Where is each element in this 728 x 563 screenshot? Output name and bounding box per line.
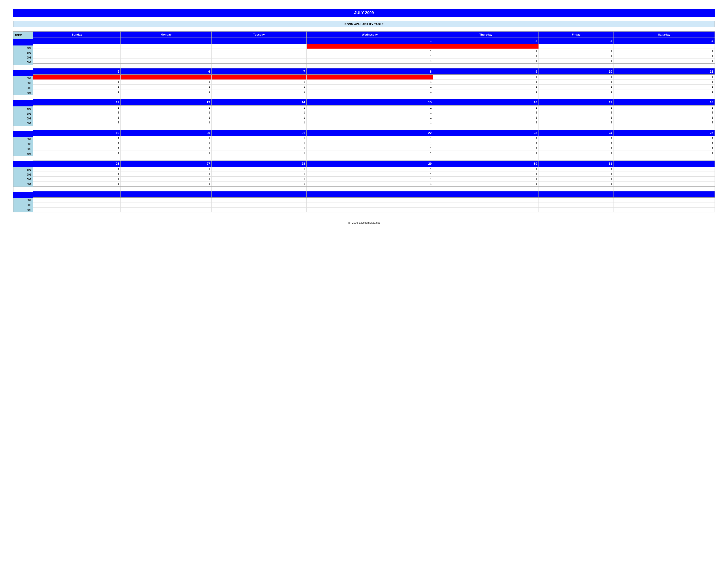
room-cell: 1 (121, 151, 212, 156)
room-cell: 1 (121, 89, 212, 94)
room-data-row: 1111111 (33, 110, 715, 115)
room-data-row: 111111 (33, 181, 715, 186)
week-date-row-5 (33, 191, 715, 197)
room-cell: 1 (538, 167, 614, 172)
room-cell: 1 (306, 146, 433, 151)
room-cell (212, 202, 307, 207)
room-cell: 1 (433, 105, 538, 110)
date-cell (614, 191, 715, 197)
date-cell (121, 191, 212, 197)
room-data-row: 111111 (33, 177, 715, 181)
room-cell: 1 (433, 151, 538, 156)
room-cell (212, 75, 307, 79)
room-cell (212, 54, 307, 58)
room-cell (306, 75, 433, 79)
room-cell (33, 49, 121, 54)
room-cell: 1 (538, 54, 614, 58)
room-cell: 1 (306, 177, 433, 181)
room-number-label: 604 (13, 121, 33, 126)
date-cell: 8 (306, 68, 433, 75)
room-cell: 1 (614, 49, 715, 54)
room-cell: 1 (121, 120, 212, 125)
week-label-row-5 (13, 192, 33, 198)
room-cell (121, 49, 212, 54)
date-cell: 7 (212, 68, 307, 75)
week-label-row-3 (13, 131, 33, 137)
date-cell: 13 (121, 99, 212, 105)
room-number-label: 603 (13, 207, 33, 212)
date-cell: 3 (538, 38, 614, 44)
date-cell: 25 (614, 130, 715, 136)
room-cell: 1 (614, 54, 715, 58)
room-cell (538, 207, 614, 212)
room-cell: 1 (121, 136, 212, 141)
room-cell: 1 (433, 141, 538, 146)
room-cell: 1 (212, 120, 307, 125)
room-number-label: 603 (13, 116, 33, 121)
room-cell: 1 (614, 105, 715, 110)
room-cell: 1 (121, 84, 212, 89)
day-header-tuesday: Tuesday (212, 32, 307, 38)
room-data-row: 1111 (33, 54, 715, 58)
room-cell: 1 (614, 58, 715, 63)
room-cell: 1 (538, 181, 614, 186)
room-cell: 1 (212, 181, 307, 186)
page-title: JULY 2009 (354, 11, 374, 15)
room-cell: 1 (121, 110, 212, 115)
room-cell: 1 (538, 172, 614, 177)
date-cell: 29 (306, 160, 433, 167)
room-cell (33, 44, 121, 49)
room-number-label: 602 (13, 142, 33, 147)
room-cell: 1 (538, 136, 614, 141)
room-data-row: 1111111 (33, 105, 715, 110)
room-cell: 1 (33, 105, 121, 110)
week-date-row-0: 1234 (33, 38, 715, 44)
room-cell: 1 (212, 84, 307, 89)
room-label-column: 1BER601602603604601602603604601602603604… (13, 31, 33, 212)
room-cell: 1 (433, 49, 538, 54)
room-number-label: 601 (13, 106, 33, 111)
subtitle-text: ROOM AVAILABILITY TABLE (345, 23, 384, 26)
room-cell: 1 (433, 89, 538, 94)
date-cell: 10 (538, 68, 614, 75)
date-cell: 14 (212, 99, 307, 105)
subtitle-bar: ROOM AVAILABILITY TABLE (13, 21, 715, 27)
room-cell: 1 (433, 177, 538, 181)
room-cell: 1 (33, 79, 121, 84)
date-cell: 16 (433, 99, 538, 105)
room-data-row (33, 197, 715, 202)
spacer-row (33, 125, 715, 130)
room-label-spacer (13, 187, 33, 192)
room-cell: 1 (306, 172, 433, 177)
room-label-spacer (13, 156, 33, 161)
room-cell: 1 (538, 79, 614, 84)
room-cell (33, 54, 121, 58)
room-number-label: 603 (13, 55, 33, 60)
date-cell: 15 (306, 99, 433, 105)
room-cell: 1 (33, 172, 121, 177)
room-cell (614, 172, 715, 177)
room-cell (33, 58, 121, 63)
date-cell (538, 191, 614, 197)
day-header-friday: Friday (538, 32, 614, 38)
room-cell: 1 (433, 172, 538, 177)
room-cell: 1 (538, 58, 614, 63)
room-cell: 1 (614, 151, 715, 156)
room-cell: 1 (614, 75, 715, 79)
week-date-row-2: 12131415161718 (33, 99, 715, 105)
room-cell: 1 (614, 79, 715, 84)
room-data-row (33, 207, 715, 212)
room-number-label: 601 (13, 76, 33, 81)
room-cell: 1 (306, 79, 433, 84)
room-data-row: 111 (33, 75, 715, 79)
date-cell (33, 38, 121, 44)
room-cell: 1 (33, 177, 121, 181)
date-cell (614, 160, 715, 167)
date-cell (33, 191, 121, 197)
room-cell (614, 207, 715, 212)
room-label-header: 1BER (13, 31, 33, 39)
room-cell (121, 197, 212, 202)
main-layout: 1BER601602603604601602603604601602603604… (13, 31, 715, 212)
date-cell: 27 (121, 160, 212, 167)
day-header-wednesday: Wednesday (306, 32, 433, 38)
